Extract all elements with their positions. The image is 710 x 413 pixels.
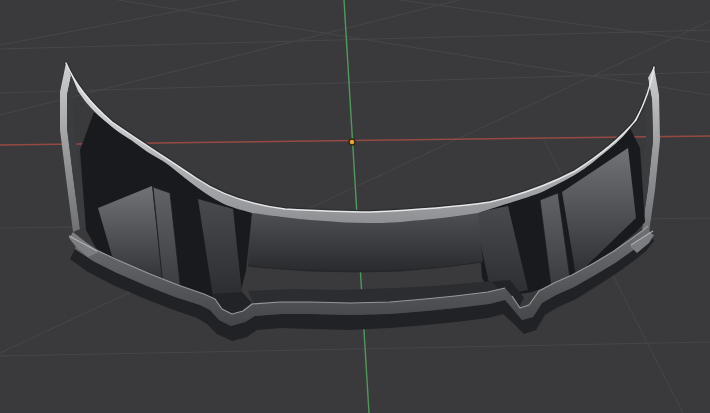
viewport-3d[interactable] [0,0,710,413]
origin-marker-icon [349,139,355,145]
